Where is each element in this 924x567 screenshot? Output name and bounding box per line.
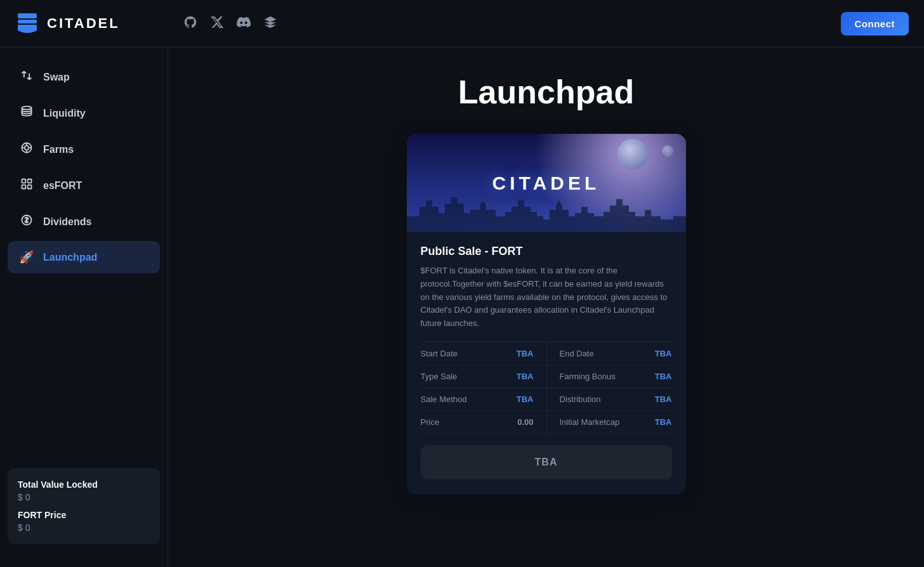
github-icon[interactable] — [183, 15, 197, 32]
svg-rect-10 — [22, 179, 26, 183]
sidebar-item-dividends-label: Dividends — [43, 216, 91, 228]
main-content: Launchpad CITADEL Public Sale - FORT $FO… — [168, 48, 924, 567]
svg-rect-1 — [18, 20, 37, 23]
fort-price-title: FORT Price — [18, 510, 150, 520]
price-value: 0.00 — [517, 417, 533, 427]
svg-point-4 — [25, 146, 29, 150]
farming-bonus-value: TBA — [655, 372, 672, 381]
end-date-value: TBA — [655, 349, 672, 358]
sale-method-value: TBA — [517, 394, 534, 404]
launchpad-icon: 🚀 — [19, 250, 34, 264]
sidebar-nav: Swap Liquidity Farms esFORT — [0, 60, 168, 458]
svg-rect-12 — [22, 185, 26, 189]
end-date-label: End Date — [560, 349, 594, 358]
farming-bonus-label: Farming Bonus — [560, 372, 616, 381]
swap-icon — [19, 69, 34, 85]
distribution-cell: Distribution TBA — [546, 388, 672, 411]
end-date-cell: End Date TBA — [546, 342, 672, 365]
tvl-box: Total Value Locked $ 0 FORT Price $ 0 — [8, 468, 160, 544]
layout: Swap Liquidity Farms esFORT — [0, 0, 924, 567]
banner-moon — [617, 139, 648, 169]
start-date-label: Start Date — [421, 349, 458, 358]
price-label: Price — [421, 417, 440, 427]
logo-area: CITADEL — [15, 11, 177, 36]
distribution-value: TBA — [655, 394, 672, 404]
discord-icon[interactable] — [237, 15, 251, 32]
tvl-title: Total Value Locked — [18, 479, 150, 490]
sidebar-item-launchpad[interactable]: 🚀 Launchpad — [8, 241, 160, 273]
svg-rect-11 — [28, 179, 32, 183]
sidebar-item-farms-label: Farms — [43, 144, 74, 155]
start-date-value: TBA — [517, 349, 534, 358]
sidebar-item-farms[interactable]: Farms — [8, 133, 160, 166]
esfort-icon — [19, 178, 34, 193]
header-connect: Connect — [841, 12, 909, 36]
initial-marketcap-value: TBA — [655, 417, 672, 427]
page-title: Launchpad — [458, 73, 634, 111]
sidebar-item-esfort-label: esFORT — [43, 180, 82, 192]
sidebar-item-dividends[interactable]: Dividends — [8, 205, 160, 238]
initial-marketcap-cell: Initial Marketcap TBA — [546, 411, 672, 434]
header-social-icons — [183, 15, 277, 32]
price-cell: Price 0.00 — [421, 411, 546, 434]
distribution-label: Distribution — [560, 394, 601, 404]
sale-method-cell: Sale Method TBA — [421, 388, 546, 411]
sidebar-item-swap[interactable]: Swap — [8, 60, 160, 94]
initial-marketcap-label: Initial Marketcap — [560, 417, 620, 427]
sidebar-item-liquidity-label: Liquidity — [43, 108, 86, 119]
type-sale-value: TBA — [517, 372, 534, 381]
liquidity-icon — [19, 105, 34, 121]
tvl-value: $ 0 — [18, 492, 150, 502]
sidebar-item-liquidity[interactable]: Liquidity — [8, 96, 160, 130]
start-date-cell: Start Date TBA — [421, 342, 546, 365]
header: CITADEL Connect — [0, 0, 924, 48]
cityscape-icon — [407, 188, 686, 232]
sidebar-item-esfort[interactable]: esFORT — [8, 169, 160, 202]
docs-icon[interactable] — [263, 15, 277, 32]
sale-title: Public Sale - FORT — [421, 245, 672, 258]
svg-rect-0 — [18, 13, 37, 18]
card-body: Public Sale - FORT $FORT is Citadel's na… — [407, 232, 686, 495]
svg-rect-13 — [28, 185, 32, 189]
sidebar-item-launchpad-label: Launchpad — [43, 252, 97, 263]
logo-shield-icon — [15, 11, 39, 36]
twitter-icon[interactable] — [210, 15, 224, 32]
dividends-icon — [19, 214, 34, 230]
type-sale-label: Type Sale — [421, 372, 458, 381]
logo-text: CITADEL — [47, 15, 120, 32]
svg-point-3 — [22, 107, 32, 110]
sidebar-bottom: Total Value Locked $ 0 FORT Price $ 0 — [0, 458, 168, 554]
info-grid: Start Date TBA End Date TBA Type Sale TB… — [421, 342, 672, 434]
sidebar: Swap Liquidity Farms esFORT — [0, 48, 168, 567]
launchpad-card: CITADEL Public Sale - FORT $FORT is Cita… — [407, 134, 686, 495]
fort-price-value: $ 0 — [18, 523, 150, 533]
card-banner: CITADEL — [407, 134, 686, 232]
type-sale-cell: Type Sale TBA — [421, 365, 546, 388]
connect-button[interactable]: Connect — [841, 12, 909, 36]
farming-bonus-cell: Farming Bonus TBA — [546, 365, 672, 388]
banner-citadel-text: CITADEL — [492, 173, 600, 194]
banner-moon-small — [662, 145, 673, 157]
action-button[interactable]: TBA — [421, 445, 672, 479]
farms-icon — [19, 141, 34, 157]
sale-description: $FORT is Citadel's native token. It is a… — [421, 264, 672, 330]
sale-method-label: Sale Method — [421, 394, 467, 404]
sidebar-item-swap-label: Swap — [43, 72, 70, 83]
